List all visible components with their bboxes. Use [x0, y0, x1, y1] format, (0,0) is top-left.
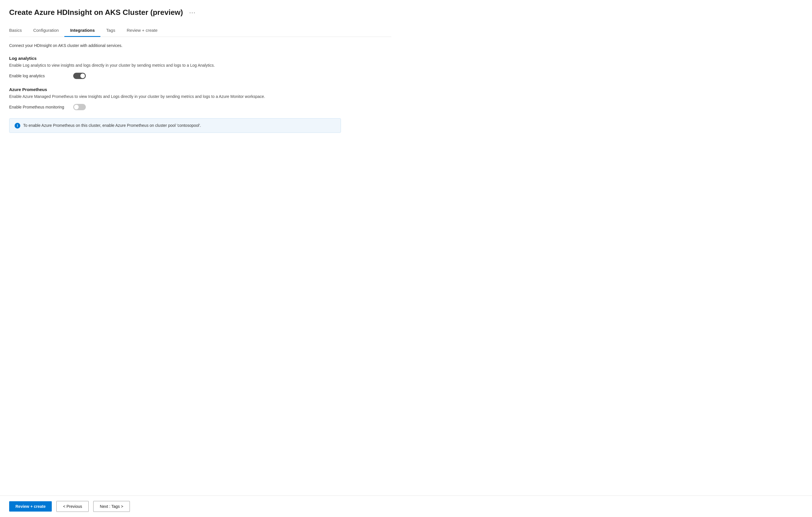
azure-prometheus-track [73, 104, 86, 110]
azure-prometheus-thumb [74, 105, 79, 109]
info-box: i To enable Azure Prometheus on this clu… [9, 118, 341, 133]
review-create-button[interactable]: Review + create [9, 501, 52, 512]
ellipsis-menu-button[interactable]: ··· [187, 8, 198, 16]
info-icon: i [14, 123, 20, 129]
log-analytics-subtext: Enable Log analytics to view insights an… [9, 63, 267, 67]
azure-prometheus-toggle-label: Enable Prometheus monitoring [9, 105, 66, 109]
azure-prometheus-heading: Azure Prometheus [9, 87, 391, 92]
log-analytics-toggle-row: Enable log analytics [9, 73, 391, 79]
previous-button[interactable]: < Previous [56, 501, 89, 512]
tab-tags[interactable]: Tags [100, 25, 121, 37]
content-area: Connect your HDInsight on AKS cluster wi… [9, 43, 391, 517]
log-analytics-heading: Log analytics [9, 56, 391, 61]
azure-prometheus-toggle[interactable] [73, 104, 86, 110]
tab-review-create[interactable]: Review + create [121, 25, 163, 37]
log-analytics-toggle-label: Enable log analytics [9, 74, 66, 78]
log-analytics-toggle[interactable] [73, 73, 86, 79]
section-description: Connect your HDInsight on AKS cluster wi… [9, 43, 391, 48]
azure-prometheus-toggle-row: Enable Prometheus monitoring [9, 104, 391, 110]
azure-prometheus-subtext: Enable Azure Managed Prometheus to view … [9, 94, 267, 99]
tab-basics[interactable]: Basics [9, 25, 27, 37]
page-title: Create Azure HDInsight on AKS Cluster (p… [9, 8, 183, 17]
info-box-text: To enable Azure Prometheus on this clust… [23, 123, 201, 129]
next-tags-button[interactable]: Next : Tags > [93, 501, 130, 512]
log-analytics-track [73, 73, 86, 79]
bottom-bar: Review + create < Previous Next : Tags > [0, 495, 812, 517]
log-analytics-thumb [80, 74, 85, 78]
tabs-row: Basics Configuration Integrations Tags R… [9, 25, 391, 37]
log-analytics-section: Log analytics Enable Log analytics to vi… [9, 56, 391, 79]
azure-prometheus-section: Azure Prometheus Enable Azure Managed Pr… [9, 87, 391, 110]
tab-configuration[interactable]: Configuration [27, 25, 64, 37]
tab-integrations[interactable]: Integrations [64, 25, 100, 37]
